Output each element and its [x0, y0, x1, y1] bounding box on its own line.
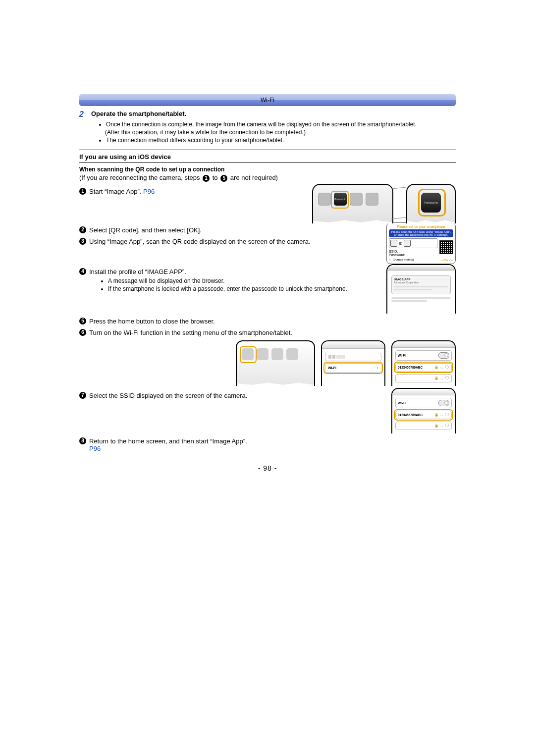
circled-5-icon: 5: [220, 175, 227, 182]
camera-icon: [390, 240, 397, 247]
wifi-signal-icon: ◡: [440, 365, 444, 369]
substep-3: 3 Using “Image App”, scan the QR code di…: [79, 238, 380, 245]
info-icon: ⓘ: [445, 424, 449, 427]
step-title: Operate the smartphone/tablet.: [91, 110, 186, 117]
step-text: Press the home button to close the brows…: [89, 318, 456, 325]
substep-5: 5 Press the home button to close the bro…: [79, 318, 456, 325]
figure-camera-dialog: Please set on your smartphone Please sca…: [386, 222, 456, 264]
text: (If you are reconnecting the camera, ste…: [79, 174, 202, 181]
figure-phone-with-app: Panasonic Panasonic: [312, 184, 456, 222]
figure-wifi-select: Wi-Fi 0123456789ABC 🔒 ◡ ⓘ 🔒 ◡ ⓘ: [391, 388, 456, 433]
wifi-label: Wi-Fi: [398, 354, 406, 357]
circled-number-icon: 3: [79, 238, 86, 245]
note-item: (After this operation, it may take a whi…: [105, 129, 456, 136]
step-text: Select the SSID displayed on the screen …: [89, 392, 385, 399]
divider: [79, 150, 456, 150]
text: to: [211, 174, 219, 181]
phone-outline: Panasonic: [312, 184, 393, 223]
step-2-notes: Once the connection is complete, the ima…: [86, 121, 456, 144]
wifi-menu-row: Wi-Fi ›: [325, 363, 381, 373]
note-item: A message will be displayed on the brows…: [108, 277, 380, 284]
step-text: Turn on the Wi-Fi function in the settin…: [89, 329, 456, 336]
circled-number-icon: 7: [79, 392, 86, 399]
figure-wifi-list: Wi-Fi 0123456789ABC 🔒 ◡ ⓘ 🔒 ◡ ⓘ: [391, 340, 456, 386]
figure-settings-list: Wi-Fi ›: [321, 340, 385, 386]
wifi-label: Wi-Fi: [398, 401, 406, 405]
wifi-toggle-row: Wi-Fi: [395, 350, 452, 361]
ssid-value: 0123456789ABC: [398, 413, 423, 417]
step-2: 2 Operate the smartphone/tablet.: [79, 110, 456, 119]
app-placeholder-icon: [318, 193, 331, 206]
app-placeholder-icon: [286, 348, 298, 360]
qr-subheading: When scanning the QR code to set up a co…: [79, 166, 456, 173]
substep-6: 6 Turn on the Wi-Fi function in the sett…: [79, 329, 456, 336]
circled-number-icon: 1: [79, 188, 86, 195]
step-text: Start “Image App”.: [89, 188, 143, 195]
app-placeholder-icon: [366, 193, 378, 206]
step-number: 2: [79, 110, 91, 119]
camera-phone-icons: ))): [389, 238, 437, 248]
circled-number-icon: 2: [79, 226, 86, 233]
note-item: Once the connection is complete, the ima…: [106, 121, 456, 128]
wifi-waves-icon: ))): [399, 241, 402, 245]
page-ref-link[interactable]: P96: [89, 445, 101, 452]
wifi-toggle-row: Wi-Fi: [395, 398, 452, 408]
substep-8: 8 Return to the home screen, and then st…: [79, 437, 456, 452]
lock-icon: 🔒: [434, 413, 439, 416]
lock-icon: 🔒: [434, 376, 439, 379]
ssid-value: 0123456789ABC: [398, 366, 423, 369]
substep-4-notes: A message will be displayed on the brows…: [88, 277, 380, 292]
substep-4: 4 Install the profile of “IMAGE APP”.: [79, 268, 380, 275]
substep-1: 1 Start “Image App”. P96: [79, 188, 306, 195]
chevron-right-icon: ›: [377, 366, 378, 370]
qr-code-icon: [439, 240, 453, 254]
phone-zoom: Panasonic: [406, 184, 456, 223]
app-placeholder-icon: [257, 348, 268, 360]
highlight-box: [331, 191, 349, 209]
figure-profile-install: IMAGE APP Panasonic Corporation: [386, 264, 456, 314]
section-header: Wi-Fi: [79, 94, 456, 106]
page-number: - 98 -: [79, 464, 456, 472]
dialog-title: Please set on your smartphone: [389, 225, 453, 228]
highlight-box: [240, 346, 257, 363]
highlight-box: [418, 189, 446, 216]
circled-number-icon: 4: [79, 268, 86, 275]
ios-heading: If you are using an iOS device: [79, 153, 456, 161]
profile-vendor: Panasonic Corporation: [394, 281, 448, 284]
toggle-icon: [438, 352, 449, 359]
ssid-label: SSID:: [389, 250, 437, 253]
page-ref-link[interactable]: P96: [143, 188, 155, 195]
change-method-label: ← Change method: [389, 258, 414, 262]
app-placeholder-icon: [271, 348, 283, 360]
lock-icon: 🔒: [434, 424, 439, 427]
info-icon: ⓘ: [445, 365, 449, 369]
wifi-signal-icon: ◡: [440, 413, 444, 416]
ssid-row-other: 🔒 ◡ ⓘ: [395, 374, 452, 382]
info-icon: ⓘ: [445, 413, 449, 416]
back-icon: ←: [389, 258, 392, 261]
wifi-signal-icon: ◡: [440, 376, 444, 379]
step-text: Select [QR code], and then select [OK].: [89, 226, 380, 234]
step-text: Install the profile of “IMAGE APP”.: [89, 268, 380, 275]
note-item: The connection method differs according …: [106, 137, 456, 144]
text: Change method: [393, 258, 414, 261]
ssid-row-other: 🔒 ◡ ⓘ: [395, 422, 452, 430]
password-label: Password:: [389, 253, 437, 257]
reconnect-note: (If you are reconnecting the camera, ste…: [79, 174, 456, 182]
phone-icon: [404, 240, 411, 247]
circled-1-icon: 1: [203, 175, 210, 182]
dialog-instruction: Please scan the QR code using "Image App…: [389, 229, 453, 237]
figure-home-screen: [236, 340, 315, 386]
leader-line: [391, 187, 406, 219]
wifi-label: Wi-Fi: [328, 366, 336, 370]
text: Cancel: [444, 259, 453, 262]
lock-icon: 🔒: [434, 365, 439, 369]
step-text: Using “Image App”, scan the QR code disp…: [89, 238, 380, 245]
settings-section: [325, 353, 381, 361]
app-placeholder-icon: [350, 193, 363, 206]
wifi-signal-icon: ◡: [440, 424, 444, 427]
divider: [79, 162, 456, 163]
substep-7: 7 Select the SSID displayed on the scree…: [79, 392, 385, 399]
step-text: Return to the home screen, and then star…: [89, 437, 247, 445]
info-icon: ⓘ: [445, 376, 449, 379]
